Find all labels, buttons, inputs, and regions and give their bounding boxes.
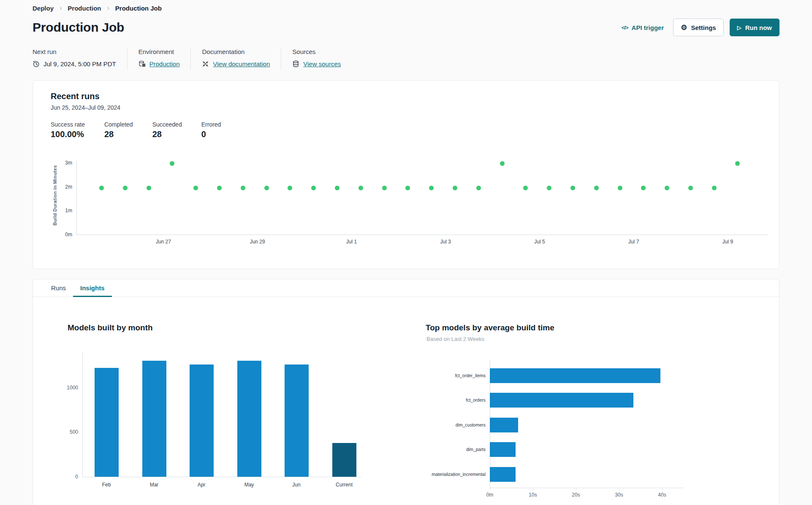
y-tick-label: 2m [51,184,72,190]
hbar-chart-tick-mark [662,488,663,490]
y-axis-line [76,160,77,235]
run-dot[interactable] [193,186,198,190]
view-documentation-link[interactable]: View documentation [213,60,270,68]
chevron-right-icon: › [60,4,62,12]
hbar-chart-tick-mark [533,488,533,490]
hbar-chart-category-label: dim_customers [410,422,486,427]
model-bar-dim_parts [490,442,516,457]
top-models-chart-subtitle: Based on Last 2 Weeks [426,336,484,342]
run-dot[interactable] [311,186,316,190]
stat-completed: Completed 28 [104,121,133,139]
play-icon: ▷ [737,25,741,30]
model-bar-fct_order_items [490,368,660,383]
bar-chart-category-label: Current [327,482,361,488]
run-dot[interactable] [688,186,693,190]
stat-label: Errored [201,121,221,128]
run-dot[interactable] [523,186,528,190]
sources-info: Sources View sources [292,48,352,68]
bar-chart-y-axis-line [82,352,83,477]
api-trigger-label: API trigger [632,24,664,31]
hbar-chart-tick-mark [576,488,576,490]
hbar-chart-category-label: materialization_incremental [410,472,486,477]
tab-bar: Runs Insights [33,279,779,297]
x-tick-label: Jun 29 [241,239,274,245]
breadcrumb-production-job: Production Job [115,5,162,12]
job-info-row: Next run Jul 9, 2024, 5:00 PM PDT Enviro… [33,48,779,70]
tab-insights[interactable]: Insights [73,279,112,297]
breadcrumb-deploy[interactable]: Deploy [33,5,54,12]
run-dot[interactable] [335,186,339,190]
x-tick-label: Jul 3 [429,239,462,245]
recent-runs-card: Recent runs Jun 25, 2024–Jul 09, 2024 Su… [33,80,779,269]
run-dot[interactable] [618,186,622,190]
recent-runs-title: Recent runs [51,92,761,101]
run-now-button[interactable]: ▷ Run now [730,19,779,36]
divider [281,48,281,70]
stat-label: Completed [104,121,133,128]
next-run-info: Next run Jul 9, 2024, 5:00 PM PDT [33,48,127,68]
run-dot[interactable] [641,186,646,190]
run-dot[interactable] [405,186,410,190]
run-dot[interactable] [594,186,599,190]
run-dot[interactable] [288,186,292,190]
sources-label: Sources [292,48,341,55]
settings-button[interactable]: ⚙ Settings [673,19,723,36]
model-bar-dim_customers [490,418,518,432]
breadcrumb: Deploy › Production › Production Job [33,4,779,12]
model-bar-fct_orders [490,393,633,408]
run-dot[interactable] [147,186,151,190]
page-title: Production Job [33,20,124,35]
run-dot[interactable] [123,186,128,190]
gear-icon: ⚙ [681,24,687,31]
dbt-docs-icon [202,60,209,68]
hbar-chart-category-label: fct_orders [410,397,486,402]
run-dot[interactable] [429,186,434,190]
run-dot[interactable] [170,161,174,166]
tab-runs[interactable]: Runs [44,279,73,297]
clock-icon [33,60,40,68]
documentation-label: Documentation [202,48,270,55]
recent-runs-date-range: Jun 25, 2024–Jul 09, 2024 [51,104,761,111]
page: Deploy › Production › Production Job Pro… [0,0,812,505]
y-tick-label: 0m [51,232,72,238]
run-dot[interactable] [476,186,481,190]
run-dot[interactable] [382,186,387,190]
models-built-chart-title: Models built by month [68,323,153,332]
database-icon [292,60,299,68]
bar-chart-y-tick: 1000 [50,385,78,391]
view-sources-link[interactable]: View sources [303,60,341,68]
hbar-chart-category-label: dim_parts [410,447,486,452]
run-dot[interactable] [547,186,551,190]
x-axis-line [76,235,768,235]
stat-succeeded: Succeeded 28 [152,121,182,139]
run-dot[interactable] [500,161,505,166]
run-dot[interactable] [241,186,245,190]
x-tick-label: Jul 1 [334,239,368,245]
stat-value: 0 [201,130,221,139]
stat-label: Success rate [51,121,85,128]
bar-chart-y-tick: 0 [50,474,78,480]
run-dot[interactable] [735,161,740,166]
documentation-info: Documentation View documentation [202,48,281,68]
stat-errored: Errored 0 [201,121,221,139]
bar-chart-category-label: May [232,482,266,488]
run-dot[interactable] [358,186,363,190]
breadcrumb-production[interactable]: Production [68,5,101,12]
run-dot[interactable] [712,186,717,190]
scatter-y-axis-label: Build Duration in Minutes [52,165,57,225]
run-dot[interactable] [99,186,104,190]
run-dot[interactable] [453,186,457,190]
stat-label: Succeeded [152,121,182,128]
run-dot[interactable] [570,186,575,190]
stat-value: 28 [104,130,133,139]
bar-chart-category-label: Apr [185,482,218,488]
stat-value: 28 [152,130,182,139]
environment-link[interactable]: Production [149,60,180,68]
run-dot[interactable] [665,186,669,190]
api-trigger-link[interactable]: </> API trigger [622,24,664,31]
hbar-chart-x-tick: 20s [563,492,589,498]
run-dot[interactable] [264,186,269,190]
x-tick-label: Jul 5 [523,239,557,245]
bar-chart-category-label: Mar [137,482,171,488]
run-dot[interactable] [217,186,222,190]
